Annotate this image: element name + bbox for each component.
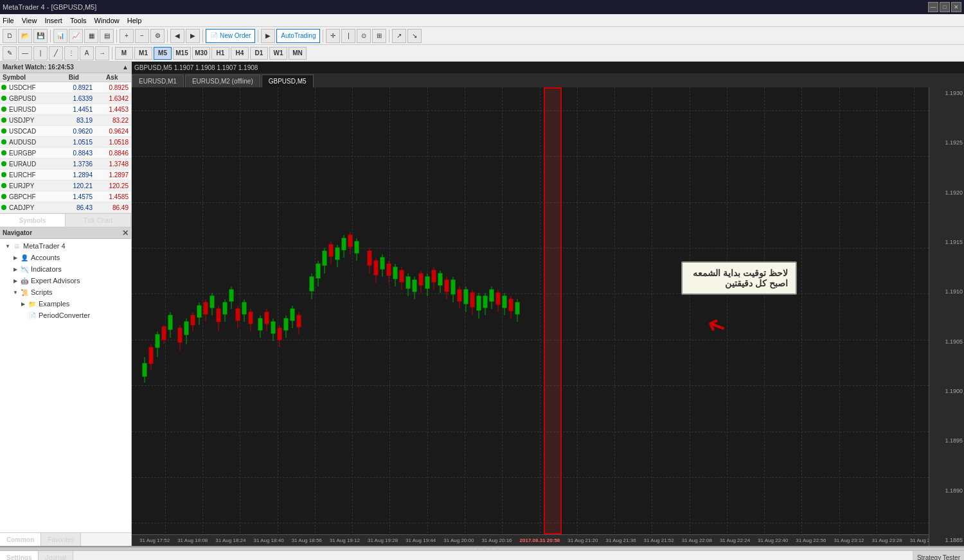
chart-info: GBPUSD,M5 1.1907 1.1908 1.1907 1.1908 xyxy=(132,62,964,73)
list-item[interactable]: USDCAD0.96200.9624 xyxy=(0,126,131,137)
svg-rect-63 xyxy=(355,241,359,253)
chart-bar-btn[interactable]: 📊 xyxy=(53,29,67,43)
list-item[interactable]: USDJPY83.1983.22 xyxy=(0,115,131,126)
scroll-right-btn[interactable]: ▶ xyxy=(186,29,200,43)
chart-arrow-btn[interactable]: ↗ xyxy=(392,29,406,43)
expand-icon[interactable]: ▼ xyxy=(4,242,12,250)
new-btn[interactable]: 🗋 xyxy=(3,29,17,43)
nav-item-examples[interactable]: ▶ 📁 Examples xyxy=(1,298,130,310)
left-panel: Market Watch: 16:24:53 ▲ Symbol Bid Ask … xyxy=(0,62,132,546)
arrow-btn[interactable]: → xyxy=(95,46,109,60)
time-label: 31 Aug 19:44 xyxy=(406,538,436,543)
maximize-button[interactable]: □ xyxy=(940,2,950,12)
list-item[interactable]: EURUSD1.44511.4453 xyxy=(0,104,131,115)
nav-item-period-converter[interactable]: 📄 PeriodConverter xyxy=(1,310,130,321)
scroll-left-btn[interactable]: ◀ xyxy=(170,29,184,43)
list-item[interactable]: GBPUSD1.63391.6342 xyxy=(0,93,131,104)
chart-tab-eurusd-m1[interactable]: EURUSD,M1 xyxy=(132,74,184,87)
list-item[interactable]: CADJPY86.4386.49 xyxy=(0,202,131,213)
period-D1[interactable]: D1 xyxy=(250,47,268,60)
menu-tools[interactable]: Tools xyxy=(70,17,87,24)
tab-settings[interactable]: Settings xyxy=(0,551,39,560)
svg-rect-75 xyxy=(400,270,404,282)
chart-arrow2-btn[interactable]: ↘ xyxy=(407,29,422,43)
tab-symbols[interactable]: Symbols xyxy=(0,214,66,227)
svg-rect-65 xyxy=(368,251,371,265)
trendline-btn[interactable]: ╱ xyxy=(49,46,63,60)
time-label: 31 Aug 21:20 xyxy=(567,538,598,543)
chart-tab-gbpusd-m5[interactable]: GBPUSD,M5 xyxy=(262,74,314,87)
autotrading-button[interactable]: AutoTrading xyxy=(276,29,320,43)
period-MN[interactable]: MN xyxy=(289,47,307,60)
period-M[interactable]: M xyxy=(115,47,133,60)
list-item[interactable]: EURJPY120.21120.25 xyxy=(0,180,131,191)
period-H1[interactable]: H1 xyxy=(211,47,229,60)
nav-item-scripts[interactable]: ▼ 📜 Scripts xyxy=(1,286,130,298)
text-btn[interactable]: A xyxy=(80,46,94,60)
close-button[interactable]: ✕ xyxy=(951,2,961,12)
chart-area: GBPUSD,M5 1.1907 1.1908 1.1907 1.1908 EU… xyxy=(132,62,964,546)
expand-icon[interactable]: ▶ xyxy=(12,277,19,284)
strategy-tester-side-tab[interactable]: Strategy Tester xyxy=(913,551,964,560)
chart-canvas[interactable]: .candle-bull { fill: #00aa00; stroke: #0… xyxy=(132,87,964,546)
nav-item-expert-advisors[interactable]: ▶ 🤖 Expert Advisors xyxy=(1,275,130,286)
nav-item-indicators[interactable]: ▶ 📉 Indicators xyxy=(1,263,130,275)
titlebar: MetaTrader 4 - [GBPUSD,M5] — □ ✕ xyxy=(0,0,964,14)
tab-journal[interactable]: Journal xyxy=(39,551,73,560)
svg-rect-73 xyxy=(393,267,397,279)
menu-help[interactable]: Help xyxy=(127,17,142,24)
period-M5[interactable]: M5 xyxy=(154,47,172,60)
list-item[interactable]: AUDUSD1.05151.0518 xyxy=(0,137,131,148)
chart-candle-btn[interactable]: ▦ xyxy=(84,29,98,43)
save-btn[interactable]: 💾 xyxy=(33,29,48,43)
svg-rect-71 xyxy=(387,264,391,276)
svg-rect-23 xyxy=(217,309,220,322)
chart-type3-btn[interactable]: ▤ xyxy=(100,29,114,43)
menu-window[interactable]: Window xyxy=(94,17,120,24)
tab-favorites[interactable]: Favorites xyxy=(41,533,81,546)
nav-item-metatrader4[interactable]: ▼ 🖥 MetaTrader 4 xyxy=(1,240,130,252)
menu-insert[interactable]: Insert xyxy=(44,17,62,24)
tab-tick-chart[interactable]: Tick Chart xyxy=(66,214,131,227)
list-item[interactable]: EURAUD1.37361.3748 xyxy=(0,159,131,170)
crosshair-btn[interactable]: ✛ xyxy=(326,29,340,43)
period-M15[interactable]: M15 xyxy=(173,47,191,60)
list-item[interactable]: GBPCHF1.45751.4585 xyxy=(0,191,131,202)
scripts-icon: 📜 xyxy=(20,288,29,297)
vline-btn[interactable]: | xyxy=(33,46,48,60)
properties-btn[interactable]: ⚙ xyxy=(150,29,165,43)
open-btn[interactable]: 📂 xyxy=(18,29,32,43)
zoom-out-btn[interactable]: − xyxy=(135,29,149,43)
expand-icon[interactable]: ▶ xyxy=(12,254,19,261)
menu-file[interactable]: File xyxy=(3,17,14,24)
circle-btn[interactable]: ⊙ xyxy=(357,29,371,43)
terminal-btn[interactable]: ⊞ xyxy=(372,29,386,43)
expand-icon[interactable]: ▶ xyxy=(19,300,27,308)
zoom-in-btn[interactable]: + xyxy=(120,29,134,43)
menu-view[interactable]: View xyxy=(22,17,37,24)
chart-line-btn[interactable]: 📈 xyxy=(69,29,83,43)
period-M30[interactable]: M30 xyxy=(192,47,210,60)
svg-rect-97 xyxy=(470,293,474,307)
list-item[interactable]: USDCHF0.89210.8925 xyxy=(0,82,131,93)
navigator-close-button[interactable]: ✕ xyxy=(122,229,129,238)
svg-rect-11 xyxy=(178,328,182,342)
window-title: MetaTrader 4 - [GBPUSD,M5] xyxy=(3,3,96,11)
list-item[interactable]: EURCHF1.28941.2897 xyxy=(0,170,131,180)
period-H4[interactable]: H4 xyxy=(231,47,249,60)
draw-tool-btn[interactable]: ✎ xyxy=(3,46,17,60)
period-W1[interactable]: W1 xyxy=(269,47,287,60)
expand-icon[interactable]: ▶ xyxy=(12,265,19,273)
hline-btn[interactable]: — xyxy=(18,46,32,60)
list-item[interactable]: EURGBP0.88430.8846 xyxy=(0,148,131,159)
period-M1[interactable]: M1 xyxy=(134,47,152,60)
expand-icon[interactable]: ▼ xyxy=(12,288,19,296)
period-sep-btn[interactable]: | xyxy=(341,29,355,43)
channel-btn[interactable]: ⋮ xyxy=(64,46,78,60)
market-watch-header: Market Watch: 16:24:53 ▲ xyxy=(0,62,131,73)
chart-tab-eurusd-m2[interactable]: EURUSD,M2 (offline) xyxy=(185,74,260,87)
tab-common[interactable]: Common xyxy=(0,533,41,546)
nav-item-accounts[interactable]: ▶ 👤 Accounts xyxy=(1,252,130,263)
new-order-button[interactable]: 📄New Order xyxy=(206,29,255,43)
minimize-button[interactable]: — xyxy=(928,2,938,12)
